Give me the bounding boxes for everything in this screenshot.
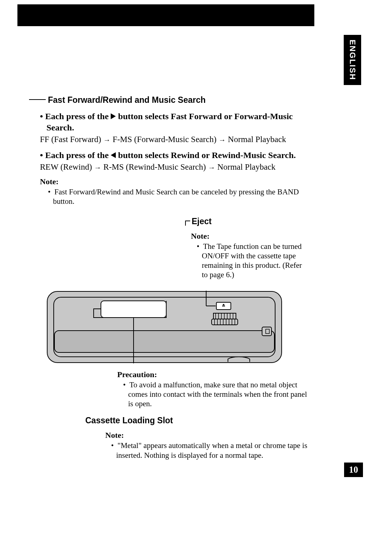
cassette-deck-illustration [46,291,282,363]
section-fast-forward: Fast Forward/Rewind and Music Search • E… [22,95,319,206]
arrow-icon: → [208,164,215,171]
eject-note-block: Note: • The Tape function can be turned … [191,231,307,280]
svg-rect-3 [101,301,166,318]
precaution-label: Precaution: [117,370,310,379]
heading-text: Fast Forward/Rewind and Music Search [48,95,206,105]
svg-rect-2 [54,331,274,352]
fms-label: F-MS (Forward-Music Search) [110,135,219,144]
cassette-note-block: Note: • "Metal" appears automatically wh… [105,431,309,460]
detail-forward-sequence: FF (Fast Forward) → F-MS (Forward-Music … [40,135,319,144]
eject-note-body: The Tape function can be turned ON/OFF w… [202,242,302,279]
rew-label: REW (Rewind) [40,162,94,171]
svg-rect-4 [216,302,231,310]
bullet-rewind-before: Each press of the [45,150,111,160]
cassette-note-text: • "Metal" appears automatically when a m… [111,441,309,460]
normal-playback-label: Normal Playback [226,135,286,144]
arrow-icon: → [103,136,110,144]
language-tab: ENGLISH [344,35,361,85]
rms-label: R-MS (Rewind-Music Search) [101,162,208,171]
bullet-char: • [40,112,43,121]
page-number: 10 [344,463,363,477]
eject-note-text: • The Tape function can be turned ON/OFF… [197,242,307,280]
eject-note-label: Note: [191,231,307,241]
precaution-body: To avoid a malfunction, make sure that n… [128,380,307,408]
note-label: Note: [40,177,319,186]
play-right-icon [111,113,116,119]
bullet-rewind-after: button selects Rewind or Rewind-Music Se… [116,150,296,160]
normal-playback-label: Normal Playback [215,162,275,171]
bullet-char: • [197,242,199,251]
play-left-icon [111,152,116,158]
cassette-heading: Cassette Loading Slot [85,416,319,425]
arrow-icon: → [94,164,101,171]
detail-rewind-sequence: REW (Rewind) → R-MS (Rewind-Music Search… [40,162,319,172]
eject-heading-text: Eject [192,217,212,226]
cassette-note-body: "Metal" appears automatically when a met… [116,441,307,459]
bullet-char: • [40,150,43,160]
cassette-note-label: Note: [105,431,309,440]
bullet-char: • [111,441,114,450]
eject-heading: Eject [185,217,319,226]
header-banner [17,4,314,26]
bullet-char: • [123,380,126,389]
callout-bracket-icon [185,221,190,226]
bullet-rewind: • Each press of the button selects Rewin… [40,150,319,161]
bullet-char: • [48,187,50,196]
precaution-block: Precaution: • To avoid a malfunction, ma… [117,370,310,409]
bullet-forward: • Each press of the button selects Fast … [40,111,319,133]
heading-rule [29,99,46,100]
ff-label: FF (Fast Forward) [40,135,103,144]
note-text-ffrew: • Fast Forward/Rewind and Music Search c… [48,187,319,206]
precaution-text: • To avoid a malfunction, make sure that… [123,380,310,409]
bullet-forward-before: Each press of the [45,112,111,121]
note-body: Fast Forward/Rewind and Music Search can… [53,187,299,206]
svg-rect-23 [262,327,271,336]
arrow-icon: → [219,136,226,144]
section-heading-ffrew: Fast Forward/Rewind and Music Search [29,95,319,105]
main-content: Fast Forward/Rewind and Music Search • E… [22,95,319,460]
